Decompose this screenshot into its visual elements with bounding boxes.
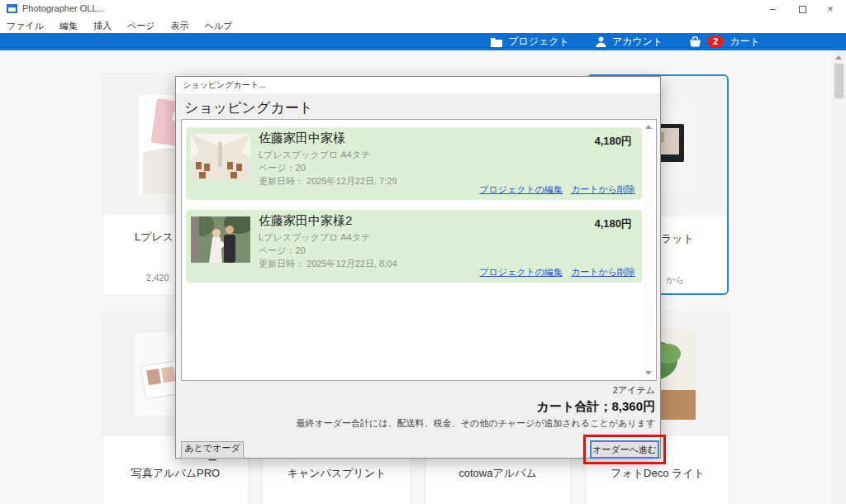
order-later-button[interactable]: あとでオーダー xyxy=(181,441,244,459)
minimize-button[interactable]: – xyxy=(758,0,787,18)
menu-file[interactable]: ファイル xyxy=(7,20,44,32)
cart-count-badge: 2 xyxy=(707,36,724,48)
cart-item-product: Lプレスブックプロ A4タテ xyxy=(259,149,370,161)
menu-bar: ファイル 編集 挿入 ページ 表示 ヘルプ xyxy=(0,18,846,33)
cart-item-updated: 更新日時： 2025年12月22日, 7:29 xyxy=(259,175,397,188)
edit-project-link[interactable]: プロジェクトの編集 xyxy=(479,266,563,278)
product-price-fragment: 2,420 xyxy=(146,273,169,283)
cart-item: 佐藤家田中家様2 Lプレスブックプロ A4タテ ページ：20 更新日時： 202… xyxy=(186,210,642,283)
product-title: 写真アルバムPRO xyxy=(103,466,248,481)
product-title-fragment: Lプレス xyxy=(135,230,173,245)
basket-icon xyxy=(689,36,701,47)
product-title: キャンバスプリント xyxy=(263,466,411,481)
maximize-icon xyxy=(799,6,806,13)
window-scrollbar[interactable] xyxy=(832,50,846,504)
cart-item-name: 佐藤家田中家様 xyxy=(259,131,345,146)
window-titlebar: Photographer OLL... – × xyxy=(0,0,846,18)
cart-total: カート合計；8,360円 xyxy=(537,399,655,415)
close-button[interactable]: × xyxy=(816,0,844,18)
scrollbar-thumb[interactable] xyxy=(834,64,844,98)
cart-item-pages: ページ：20 xyxy=(259,245,306,257)
cart-item: 佐藤家田中家様 Lプレスブックプロ A4タテ ページ：20 更新日時： 2025… xyxy=(186,127,642,200)
scroll-up-icon[interactable] xyxy=(835,55,842,59)
cart-item-name: 佐藤家田中家様2 xyxy=(259,213,352,229)
remove-from-cart-link[interactable]: カートから削除 xyxy=(571,266,635,278)
cart-note: 最終オーダー合計には、配送料、税金、その他のチャージが追加されることがあります xyxy=(297,417,655,430)
product-title-fragment: ラット xyxy=(661,231,694,246)
proceed-to-order-button[interactable]: オーダーへ進む xyxy=(590,440,659,459)
product-title: cotowaアルバム xyxy=(425,466,570,481)
app-icon xyxy=(7,4,17,13)
shopping-cart-dialog: ショッピングカート... ショッピングカート 佐藤家田中家様 Lプレスブックプロ… xyxy=(175,76,661,459)
scroll-down-icon[interactable] xyxy=(645,371,652,375)
maximize-button[interactable] xyxy=(788,0,816,18)
cart-item-thumbnail-couple xyxy=(191,216,250,263)
window-title: Photographer OLL... xyxy=(22,3,105,13)
cart-item-updated: 更新日時： 2025年12月22日, 8:04 xyxy=(259,258,397,270)
scroll-up-icon[interactable] xyxy=(645,125,652,129)
menu-insert[interactable]: 挿入 xyxy=(93,20,112,32)
cart-item-list: 佐藤家田中家様 Lプレスブックプロ A4タテ ページ：20 更新日時： 2025… xyxy=(181,119,657,381)
person-icon xyxy=(596,36,606,47)
dialog-heading: ショッピングカート xyxy=(184,98,313,117)
cart-item-pages: ページ：20 xyxy=(259,162,306,174)
product-price-fragment: から xyxy=(666,274,685,287)
product-title: フォトDeco ライト xyxy=(587,466,729,481)
list-scrollbar[interactable] xyxy=(643,121,655,379)
cart-label: カート xyxy=(730,35,760,49)
menu-edit[interactable]: 編集 xyxy=(59,20,78,32)
folder-icon xyxy=(491,37,502,47)
app-window: Photographer OLL... – × ファイル 編集 挿入 ページ 表… xyxy=(0,0,846,504)
cart-item-thumbnail-wedding-hall xyxy=(191,134,250,180)
project-label: プロジェクト xyxy=(508,35,569,49)
project-button[interactable]: プロジェクト xyxy=(491,35,569,49)
edit-project-link[interactable]: プロジェクトの編集 xyxy=(479,183,563,196)
cart-item-price: 4,180円 xyxy=(594,134,632,149)
menu-view[interactable]: 表示 xyxy=(171,20,189,32)
cart-item-product: Lプレスブックプロ A4タテ xyxy=(259,231,370,244)
account-label: アカウント xyxy=(612,35,663,49)
dialog-titlebar[interactable]: ショッピングカート... xyxy=(176,77,660,93)
account-button[interactable]: アカウント xyxy=(596,35,663,49)
main-toolbar: プロジェクト アカウント 2 カート xyxy=(0,33,846,50)
remove-from-cart-link[interactable]: カートから削除 xyxy=(571,183,635,196)
dialog-titlebar-text: ショッピングカート... xyxy=(183,79,265,91)
cart-item-price: 4,180円 xyxy=(594,216,632,231)
menu-page[interactable]: ページ xyxy=(127,20,155,32)
cart-button[interactable]: 2 カート xyxy=(689,35,760,49)
menu-help[interactable]: ヘルプ xyxy=(205,20,233,32)
cart-item-count: 2アイテム xyxy=(613,384,655,397)
